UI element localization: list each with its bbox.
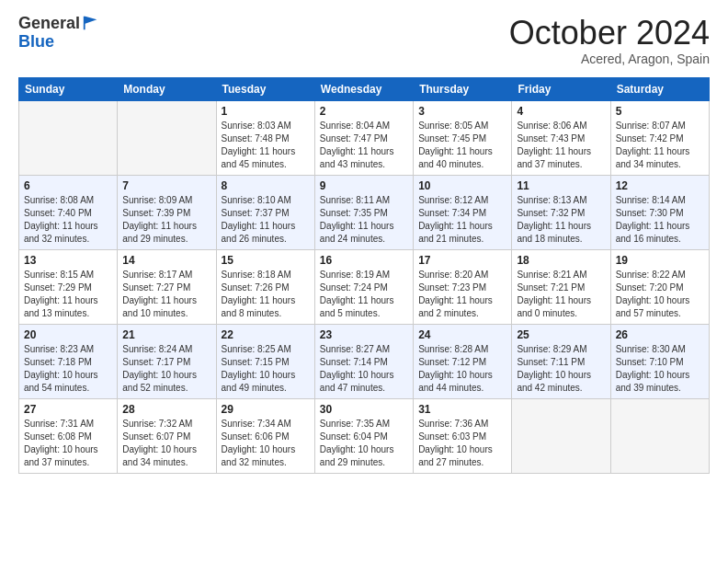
day-number: 29: [222, 403, 310, 416]
day-number: 30: [320, 403, 408, 416]
day-number: 24: [418, 328, 506, 341]
day-number: 6: [24, 179, 112, 192]
calendar-row: 1Sunrise: 8:03 AMSunset: 7:48 PMDaylight…: [19, 100, 710, 175]
day-number: 28: [122, 403, 210, 416]
day-info: Sunrise: 8:14 AMSunset: 7:30 PMDaylight:…: [616, 194, 704, 246]
day-info: Sunrise: 8:12 AMSunset: 7:34 PMDaylight:…: [418, 194, 506, 246]
day-number: 15: [222, 254, 310, 267]
day-number: 26: [616, 328, 704, 341]
table-row: 10Sunrise: 8:12 AMSunset: 7:34 PMDayligh…: [414, 175, 512, 249]
table-row: [512, 398, 610, 473]
day-number: 16: [320, 254, 408, 267]
table-row: 25Sunrise: 8:29 AMSunset: 7:11 PMDayligh…: [512, 324, 610, 398]
day-number: 27: [24, 403, 112, 416]
header-wednesday: Wednesday: [314, 77, 413, 100]
table-row: 19Sunrise: 8:22 AMSunset: 7:20 PMDayligh…: [610, 249, 709, 324]
day-number: 21: [122, 328, 210, 341]
table-row: 29Sunrise: 7:34 AMSunset: 6:06 PMDayligh…: [216, 398, 314, 473]
day-number: 10: [418, 179, 506, 192]
day-info: Sunrise: 8:13 AMSunset: 7:32 PMDaylight:…: [517, 194, 605, 246]
header-thursday: Thursday: [414, 77, 512, 100]
weekday-header-row: Sunday Monday Tuesday Wednesday Thursday…: [19, 77, 710, 100]
logo: General Blue: [18, 15, 100, 52]
day-number: 9: [320, 179, 408, 192]
day-info: Sunrise: 8:09 AMSunset: 7:39 PMDaylight:…: [122, 194, 210, 246]
header-monday: Monday: [118, 77, 216, 100]
table-row: 31Sunrise: 7:36 AMSunset: 6:03 PMDayligh…: [414, 398, 512, 473]
table-row: 17Sunrise: 8:20 AMSunset: 7:23 PMDayligh…: [414, 249, 512, 324]
table-row: 6Sunrise: 8:08 AMSunset: 7:40 PMDaylight…: [19, 175, 118, 249]
table-row: 14Sunrise: 8:17 AMSunset: 7:27 PMDayligh…: [118, 249, 216, 324]
table-row: 5Sunrise: 8:07 AMSunset: 7:42 PMDaylight…: [610, 100, 709, 175]
table-row: 11Sunrise: 8:13 AMSunset: 7:32 PMDayligh…: [512, 175, 610, 249]
day-info: Sunrise: 8:23 AMSunset: 7:18 PMDaylight:…: [24, 343, 112, 395]
table-row: 21Sunrise: 8:24 AMSunset: 7:17 PMDayligh…: [118, 324, 216, 398]
table-row: [610, 398, 709, 473]
day-number: 13: [24, 254, 112, 267]
day-number: 20: [24, 328, 112, 341]
table-row: 20Sunrise: 8:23 AMSunset: 7:18 PMDayligh…: [19, 324, 118, 398]
calendar-table: Sunday Monday Tuesday Wednesday Thursday…: [18, 77, 710, 474]
day-info: Sunrise: 8:28 AMSunset: 7:12 PMDaylight:…: [418, 343, 506, 395]
day-info: Sunrise: 7:35 AMSunset: 6:04 PMDaylight:…: [320, 418, 408, 469]
day-info: Sunrise: 8:18 AMSunset: 7:26 PMDaylight:…: [222, 269, 310, 320]
day-number: 7: [122, 179, 210, 192]
day-number: 11: [517, 179, 605, 192]
table-row: 23Sunrise: 8:27 AMSunset: 7:14 PMDayligh…: [314, 324, 413, 398]
table-row: 9Sunrise: 8:11 AMSunset: 7:35 PMDaylight…: [314, 175, 413, 249]
day-number: 23: [320, 328, 408, 341]
table-row: [19, 100, 118, 175]
day-info: Sunrise: 8:29 AMSunset: 7:11 PMDaylight:…: [517, 343, 605, 395]
day-info: Sunrise: 8:06 AMSunset: 7:43 PMDaylight:…: [517, 120, 605, 171]
day-info: Sunrise: 8:25 AMSunset: 7:15 PMDaylight:…: [222, 343, 310, 395]
day-info: Sunrise: 8:15 AMSunset: 7:29 PMDaylight:…: [24, 269, 112, 320]
table-row: 28Sunrise: 7:32 AMSunset: 6:07 PMDayligh…: [118, 398, 216, 473]
day-number: 8: [222, 179, 310, 192]
day-number: 12: [616, 179, 704, 192]
day-info: Sunrise: 8:27 AMSunset: 7:14 PMDaylight:…: [320, 343, 408, 395]
table-row: 4Sunrise: 8:06 AMSunset: 7:43 PMDaylight…: [512, 100, 610, 175]
day-info: Sunrise: 8:08 AMSunset: 7:40 PMDaylight:…: [24, 194, 112, 246]
day-number: 31: [418, 403, 506, 416]
day-number: 22: [222, 328, 310, 341]
day-info: Sunrise: 8:10 AMSunset: 7:37 PMDaylight:…: [222, 194, 310, 246]
header-sunday: Sunday: [19, 77, 118, 100]
header-tuesday: Tuesday: [216, 77, 314, 100]
day-info: Sunrise: 8:07 AMSunset: 7:42 PMDaylight:…: [616, 120, 704, 171]
month-title: October 2024: [509, 15, 710, 52]
day-number: 19: [616, 254, 704, 267]
table-row: 15Sunrise: 8:18 AMSunset: 7:26 PMDayligh…: [216, 249, 314, 324]
logo-flag-icon: [82, 13, 100, 31]
table-row: 18Sunrise: 8:21 AMSunset: 7:21 PMDayligh…: [512, 249, 610, 324]
day-info: Sunrise: 8:19 AMSunset: 7:24 PMDaylight:…: [320, 269, 408, 320]
calendar-row: 13Sunrise: 8:15 AMSunset: 7:29 PMDayligh…: [19, 249, 710, 324]
day-info: Sunrise: 7:34 AMSunset: 6:06 PMDaylight:…: [222, 418, 310, 469]
calendar-row: 6Sunrise: 8:08 AMSunset: 7:40 PMDaylight…: [19, 175, 710, 249]
table-row: 3Sunrise: 8:05 AMSunset: 7:45 PMDaylight…: [414, 100, 512, 175]
day-info: Sunrise: 8:24 AMSunset: 7:17 PMDaylight:…: [122, 343, 210, 395]
table-row: 26Sunrise: 8:30 AMSunset: 7:10 PMDayligh…: [610, 324, 709, 398]
day-info: Sunrise: 8:03 AMSunset: 7:48 PMDaylight:…: [222, 120, 310, 171]
day-number: 5: [616, 105, 704, 118]
day-info: Sunrise: 8:04 AMSunset: 7:47 PMDaylight:…: [320, 120, 408, 171]
day-number: 1: [222, 105, 310, 118]
location: Acered, Aragon, Spain: [509, 52, 710, 66]
day-number: 17: [418, 254, 506, 267]
table-row: 30Sunrise: 7:35 AMSunset: 6:04 PMDayligh…: [314, 398, 413, 473]
table-row: 13Sunrise: 8:15 AMSunset: 7:29 PMDayligh…: [19, 249, 118, 324]
day-info: Sunrise: 8:05 AMSunset: 7:45 PMDaylight:…: [418, 120, 506, 171]
logo-blue-text: Blue: [18, 32, 54, 51]
header-saturday: Saturday: [610, 77, 709, 100]
day-number: 2: [320, 105, 408, 118]
day-info: Sunrise: 8:20 AMSunset: 7:23 PMDaylight:…: [418, 269, 506, 320]
table-row: 24Sunrise: 8:28 AMSunset: 7:12 PMDayligh…: [414, 324, 512, 398]
day-info: Sunrise: 8:17 AMSunset: 7:27 PMDaylight:…: [122, 269, 210, 320]
table-row: 1Sunrise: 8:03 AMSunset: 7:48 PMDaylight…: [216, 100, 314, 175]
day-info: Sunrise: 7:36 AMSunset: 6:03 PMDaylight:…: [418, 418, 506, 469]
day-info: Sunrise: 7:31 AMSunset: 6:08 PMDaylight:…: [24, 418, 112, 469]
header-friday: Friday: [512, 77, 610, 100]
svg-marker-0: [84, 17, 97, 30]
title-block: October 2024 Acered, Aragon, Spain: [509, 15, 710, 66]
day-number: 14: [122, 254, 210, 267]
day-number: 4: [517, 105, 605, 118]
